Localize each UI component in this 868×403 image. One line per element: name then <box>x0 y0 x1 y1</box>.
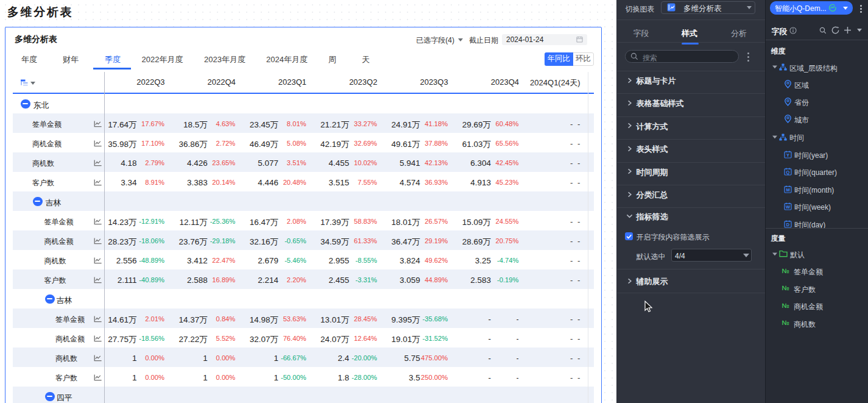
svg-text:W: W <box>786 204 791 210</box>
svg-text:M: M <box>786 187 789 193</box>
svg-text:Q: Q <box>786 169 790 175</box>
svg-text:Y: Y <box>786 152 789 158</box>
svg-text:D: D <box>786 222 790 227</box>
